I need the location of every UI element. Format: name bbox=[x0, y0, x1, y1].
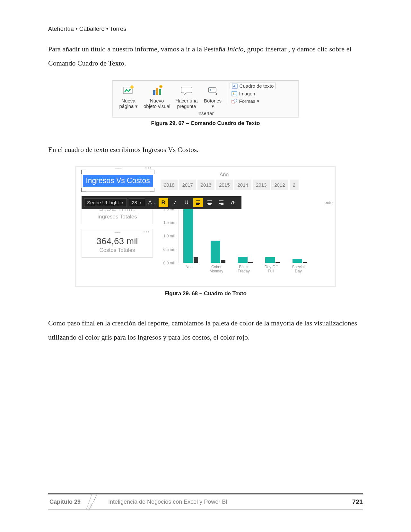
font-color-button[interactable]: A ⌄ bbox=[147, 198, 157, 207]
bar-series-a bbox=[265, 257, 275, 263]
textbox-icon: A bbox=[232, 84, 238, 89]
caret-down-icon: ⌄ bbox=[153, 201, 155, 204]
figure-68: ══ ••• Ingresos Vs Costos Año 2018 2017 … bbox=[48, 166, 363, 297]
running-head-authors: Atehortúa • Caballero • Torres bbox=[48, 26, 363, 32]
slicer-values: 2018 2017 2016 2015 2014 2013 2012 2 bbox=[161, 180, 299, 190]
align-right-button[interactable] bbox=[216, 198, 226, 207]
footer-page-number: 721 bbox=[352, 498, 363, 506]
truncated-text: ento bbox=[325, 200, 333, 205]
bar-series-a bbox=[238, 257, 248, 262]
card-costos-totales[interactable]: ══ ••• 364,63 mil Costos Totales bbox=[82, 229, 153, 258]
report-canvas: ══ ••• Ingresos Vs Costos Año 2018 2017 … bbox=[75, 166, 336, 287]
font-family-select[interactable]: Segoe UI Light ▼ bbox=[84, 198, 127, 207]
ask-l1: Hacer una bbox=[175, 98, 197, 103]
year-slicer: Año 2018 2017 2016 2015 2014 2013 2012 2 bbox=[161, 170, 299, 190]
bar-group bbox=[293, 259, 310, 263]
image-label: Imagen bbox=[239, 91, 255, 96]
bar-series-a bbox=[293, 259, 302, 263]
svg-point-13 bbox=[233, 93, 234, 94]
bar-chart[interactable]: 2,0 mill. 1,5 mill. 1,0 mill. 0,5 mill. … bbox=[159, 207, 319, 282]
align-left-button[interactable] bbox=[193, 198, 203, 207]
slicer-year[interactable]: 2013 bbox=[253, 180, 270, 190]
slicer-year[interactable]: 2012 bbox=[271, 180, 288, 190]
x-label: Cyber Monday bbox=[205, 265, 228, 274]
report-title-textbox[interactable]: ══ ••• Ingresos Vs Costos bbox=[82, 170, 154, 192]
bar-series-a bbox=[183, 209, 193, 263]
footer-title: Inteligencia de Negocios con Excel y Pow… bbox=[108, 499, 352, 505]
link-button[interactable] bbox=[228, 198, 238, 207]
svg-point-15 bbox=[234, 99, 237, 102]
y-tick: 0,5 mill. bbox=[159, 247, 177, 252]
speech-bubble-icon bbox=[179, 83, 194, 97]
ribbon-group-label: Insertar bbox=[116, 111, 295, 116]
italic-button[interactable]: / bbox=[170, 198, 180, 207]
x-label: Balck Fraday bbox=[232, 265, 255, 274]
bar-group bbox=[211, 241, 229, 263]
font-color-A: A bbox=[148, 200, 152, 206]
y-tick: 1,5 mill. bbox=[159, 220, 177, 225]
svg-rect-4 bbox=[159, 89, 161, 95]
figure-67: Nuevapágina ▾ Nuevoobjeto visual Hacer u… bbox=[48, 80, 363, 127]
textbox-label: Cuadro de texto bbox=[240, 83, 274, 89]
bar-series-b bbox=[221, 260, 225, 262]
paragraph-1: Para añadir un título a nuestro informe,… bbox=[48, 42, 363, 70]
slicer-year[interactable]: 2017 bbox=[179, 180, 196, 190]
x-label: Special Day bbox=[287, 265, 310, 274]
buttons-dropdown[interactable]: Botones▾ bbox=[200, 83, 225, 110]
buttons-icon bbox=[206, 83, 220, 97]
bar-series-b bbox=[194, 257, 198, 263]
slicer-year[interactable]: 2014 bbox=[234, 180, 251, 190]
svg-rect-2 bbox=[153, 90, 155, 95]
textbox-command[interactable]: A Cuadro de texto bbox=[230, 83, 276, 89]
new-page-button[interactable]: Nuevapágina ▾ bbox=[116, 83, 141, 110]
card-ingresos-totales[interactable]: 5,52 mill. Ingresos Totales bbox=[82, 207, 153, 224]
underline-button[interactable]: U bbox=[182, 198, 191, 207]
card-label: Ingresos Totales bbox=[84, 214, 151, 220]
figure-67-caption: Figura 29. 67 – Comando Cuadro de Texto bbox=[48, 120, 363, 127]
shapes-label: Formas ▾ bbox=[239, 98, 259, 104]
new-visual-l2: objeto visual bbox=[144, 103, 170, 109]
more-options-icon[interactable]: ••• bbox=[143, 230, 150, 235]
shapes-icon bbox=[232, 99, 237, 104]
bold-button[interactable]: B bbox=[159, 198, 168, 207]
align-center-button[interactable] bbox=[205, 198, 214, 207]
new-visual-button[interactable]: Nuevoobjeto visual bbox=[141, 83, 173, 110]
caret-down-icon: ▼ bbox=[121, 201, 124, 204]
bar-series-b bbox=[275, 262, 280, 263]
new-page-l2: página ▾ bbox=[119, 103, 137, 109]
ask-question-button[interactable]: Hacer unapregunta bbox=[173, 83, 200, 110]
font-size-select[interactable]: 28 ▼ bbox=[129, 198, 145, 207]
caret-down-icon: ▼ bbox=[139, 201, 142, 204]
p1-a: Para añadir un título a nuestro informe,… bbox=[48, 45, 227, 53]
slicer-year[interactable]: 2016 bbox=[197, 180, 214, 190]
paragraph-3: Como paso final en la creación del repor… bbox=[48, 316, 363, 344]
slicer-year[interactable]: 2018 bbox=[161, 180, 178, 190]
y-tick: 0,0 mill. bbox=[159, 261, 177, 265]
image-command[interactable]: Imagen bbox=[230, 91, 276, 97]
grip-icon: ══ bbox=[115, 166, 121, 172]
font-family-value: Segoe UI Light bbox=[87, 200, 119, 205]
shapes-command[interactable]: Formas ▾ bbox=[230, 98, 276, 104]
bar-group bbox=[183, 209, 201, 263]
ask-l2: pregunta bbox=[177, 103, 196, 109]
bar-series-a bbox=[211, 241, 220, 263]
new-visual-icon bbox=[150, 83, 164, 97]
slicer-year[interactable]: 2 bbox=[290, 180, 299, 190]
font-size-value: 28 bbox=[132, 200, 137, 205]
page-footer: Capítulo 29 Inteligencia de Negocios con… bbox=[48, 493, 363, 510]
x-label: Non bbox=[178, 265, 200, 270]
grip-icon: ══ bbox=[115, 230, 120, 235]
figure-68-caption: Figura 29. 68 – Cuadro de Texto bbox=[48, 290, 363, 297]
ribbon-insert-group: Nuevapágina ▾ Nuevoobjeto visual Hacer u… bbox=[112, 80, 299, 118]
svg-rect-3 bbox=[156, 88, 158, 95]
new-page-l1: Nueva bbox=[121, 98, 135, 103]
slicer-year[interactable]: 2015 bbox=[216, 180, 233, 190]
text-format-toolbar: Segoe UI Light ▼ 28 ▼ A ⌄ B / U bbox=[82, 196, 241, 209]
bar-series-b bbox=[303, 262, 307, 263]
p1-tab-name: Inicio bbox=[227, 45, 243, 53]
buttons-l2: ▾ bbox=[212, 103, 214, 109]
buttons-l1: Botones bbox=[204, 98, 222, 103]
y-tick: 1,0 mill. bbox=[159, 234, 177, 238]
textbox-text[interactable]: Ingresos Vs Costos bbox=[83, 175, 153, 187]
slicer-title: Año bbox=[161, 172, 299, 178]
